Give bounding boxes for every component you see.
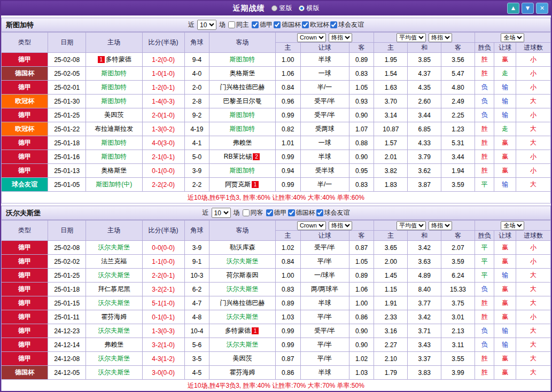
result-cell: 胜 — [475, 164, 494, 178]
same-venue-checkbox[interactable] — [243, 209, 250, 216]
team-name: 沃尔夫斯堡 — [6, 208, 41, 218]
date-cell: 25-02-05 — [48, 67, 86, 81]
euro-away-odds: 3.99 — [441, 366, 475, 380]
handicap-result-cell: 输 — [494, 108, 516, 122]
competition-filter[interactable]: 德国杯 — [274, 20, 301, 29]
asia-odds-time-select[interactable]: 终指 — [329, 33, 352, 42]
home-team-name: 斯图加特 — [101, 97, 127, 105]
away-team-cell: 美因茨 — [209, 352, 276, 366]
away-team-name: 奥格斯堡 — [230, 69, 255, 77]
euro-home-odds: 1.15 — [374, 283, 408, 296]
handicap-cell: 受平/半 — [300, 241, 349, 255]
competition-checkbox[interactable] — [330, 21, 337, 28]
same-venue-filter[interactable]: 同主 — [228, 20, 249, 29]
competition-filter[interactable]: 欧冠杯 — [302, 20, 329, 29]
radio-circle-icon — [299, 5, 305, 11]
asia-home-odds: 0.94 — [275, 164, 300, 178]
euro-home-odds: 10.87 — [374, 122, 408, 136]
recent-count-select[interactable]: 10 — [197, 20, 216, 30]
competition-checkbox[interactable] — [288, 209, 295, 216]
same-venue-filter[interactable]: 同客 — [243, 208, 263, 217]
asia-home-odds: 1.00 — [275, 269, 300, 283]
match-row: 德甲25-02-01斯图加特1-2(0-1)2-0门兴格拉德巴赫0.84半/一1… — [2, 81, 551, 95]
competition-checkbox[interactable] — [316, 209, 323, 216]
recent-count-select[interactable]: 10 — [212, 208, 231, 218]
euro-odds-time-select[interactable]: 终指 — [429, 33, 452, 42]
average-odds-select[interactable]: 平均值 — [396, 33, 426, 42]
col-corner: 角球 — [184, 221, 209, 241]
team-section-stuttgart: 斯图加特 近 10 场 同主 德甲德国杯欧冠杯球会友谊 类 — [1, 18, 551, 203]
result-group: 全场 — [475, 221, 550, 231]
home-team-name: 弗赖堡 — [104, 341, 123, 348]
euro-home-odds: 2.33 — [374, 310, 408, 324]
euro-odds-time-select[interactable]: 终指 — [429, 221, 452, 230]
corner-cell: 3-9 — [184, 164, 209, 178]
home-team-cell: 沃尔夫斯堡 — [86, 296, 142, 310]
home-team-cell: 沃尔夫斯堡 — [86, 241, 142, 255]
date-cell: 24-12-14 — [48, 338, 86, 352]
asia-away-odds: 0.90 — [349, 108, 374, 122]
same-venue-checkbox[interactable] — [228, 21, 235, 28]
result-cell: 胜 — [475, 67, 494, 81]
away-team-cell: 奥格斯堡 — [209, 67, 276, 81]
score-cell: 0-1(0-1) — [142, 310, 184, 324]
home-team-cell: 斯图加特 — [86, 136, 142, 150]
euro-away-odds: 3.59 — [441, 178, 475, 192]
home-team-name: 拜仁慕尼黑 — [98, 285, 130, 293]
home-team-cell: 沃尔夫斯堡 — [86, 352, 142, 366]
view-radio-vertical[interactable]: 竖版 — [271, 4, 292, 13]
euro-draw-odds: 3.77 — [408, 296, 441, 310]
scope-select[interactable]: 全场 — [501, 221, 524, 230]
corner-cell: 3-5 — [184, 352, 209, 366]
asia-home-odds: 0.99 — [275, 338, 300, 352]
competition-filter[interactable]: 德国杯 — [288, 208, 315, 217]
competition-checkbox[interactable] — [302, 21, 309, 28]
competition-filter[interactable]: 德甲 — [252, 20, 273, 29]
competition-filter[interactable]: 球会友谊 — [330, 20, 364, 29]
away-team-name: 巴黎圣日尔曼 — [223, 97, 262, 105]
euro-home-odds: 1.57 — [374, 136, 408, 150]
euro-away-odds: 15.33 — [441, 283, 475, 296]
bookmaker-select[interactable]: Crown — [297, 33, 326, 42]
euro-home-odds: 1.54 — [374, 67, 408, 81]
competition-filter[interactable]: 德甲 — [266, 208, 287, 217]
col-home: 主场 — [86, 33, 142, 53]
average-odds-select[interactable]: 平均值 — [396, 221, 426, 230]
competition-checkbox[interactable] — [266, 209, 273, 216]
handicap-result-cell: 赢 — [494, 283, 516, 296]
corner-cell: 2-2 — [184, 178, 209, 192]
asia-away-odds: 0.89 — [349, 53, 374, 67]
date-cell: 25-02-01 — [48, 81, 86, 95]
competition-checkbox[interactable] — [274, 21, 281, 28]
league-cell: 德甲 — [2, 108, 48, 122]
away-team-name: 斯图加特 — [230, 125, 255, 132]
competition-checkbox[interactable] — [252, 21, 259, 28]
close-button[interactable]: × — [536, 3, 548, 14]
col-handicap-result: 让球 — [494, 231, 516, 241]
euro-away-odds: 5.47 — [441, 67, 475, 81]
asia-odds-time-select[interactable]: 终指 — [329, 221, 352, 230]
league-cell: 球会友谊 — [2, 178, 48, 192]
goals-result-cell: 大 — [516, 283, 550, 296]
rank-badge: 1 — [98, 56, 105, 63]
away-team-name: 沃尔夫斯堡 — [227, 313, 259, 320]
col-type: 类型 — [2, 221, 48, 241]
competition-filter[interactable]: 球会友谊 — [316, 208, 350, 217]
away-team-cell: 弗赖堡 — [209, 136, 276, 150]
bookmaker-select[interactable]: Crown — [297, 221, 326, 230]
euro-draw-odds: 3.63 — [408, 255, 441, 269]
asia-away-odds: 0.90 — [349, 150, 374, 164]
home-team-cell: 沃尔夫斯堡 — [86, 324, 142, 338]
move-down-button[interactable]: ▼ — [522, 3, 534, 14]
asia-home-odds: 0.99 — [275, 108, 300, 122]
corner-cell: 4-7 — [184, 296, 209, 310]
score-cell: 4-3(1-2) — [142, 352, 184, 366]
away-team-name: 荷尔斯泰因 — [227, 271, 259, 279]
scope-select[interactable]: 全场 — [501, 33, 524, 42]
view-radio-horizontal[interactable]: 横版 — [299, 4, 320, 13]
move-up-button[interactable]: ▲ — [507, 3, 519, 14]
euro-odds-group: 平均值 终指 — [374, 33, 475, 43]
euro-draw-odds: 3.42 — [408, 241, 441, 255]
match-row: 德国杯24-12-05沃尔夫斯堡3-0(0-0)4-5霍芬海姆0.86半球1.0… — [2, 366, 551, 380]
filter-bar: 近 10 场 同主 德甲德国杯欧冠杯球会友谊 — [188, 20, 364, 30]
